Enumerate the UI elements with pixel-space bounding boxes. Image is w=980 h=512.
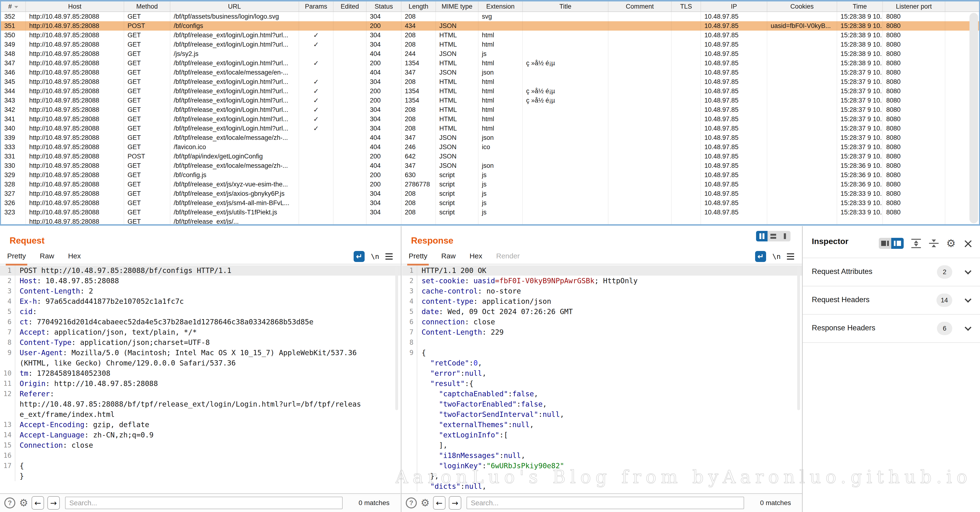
column-header-url[interactable]: URL xyxy=(170,2,299,11)
request-search-next-button[interactable]: → xyxy=(48,496,60,510)
table-row[interactable]: 343http://10.48.97.85:28088GET/bf/tpf/re… xyxy=(1,96,979,105)
column-header-listener-port[interactable]: Listener port xyxy=(883,2,945,11)
column-header-params[interactable]: Params xyxy=(299,2,334,11)
cell-n: 328 xyxy=(1,180,26,189)
table-row[interactable]: 327http://10.48.97.85:28088GET/bf/tpf/re… xyxy=(1,189,979,198)
table-row[interactable]: 349http://10.48.97.85:28088GET/bf/tpf/re… xyxy=(1,40,979,49)
table-row[interactable]: 326http://10.48.97.85:28088GET/bf/tpf/re… xyxy=(1,198,979,208)
table-row[interactable]: 339http://10.48.97.85:28088GET/bf/tpf/re… xyxy=(1,133,979,143)
response-wrap-toggle-icon[interactable]: ↵ xyxy=(755,251,766,262)
table-row[interactable]: 329http://10.48.97.85:28088GET/bf/config… xyxy=(1,170,979,180)
request-response-divider[interactable] xyxy=(401,226,401,512)
column-header-cookies[interactable]: Cookies xyxy=(767,2,837,11)
cell-cookies xyxy=(767,133,837,143)
request-tab-hex[interactable]: Hex xyxy=(68,250,81,263)
cell-length: 208 xyxy=(401,40,436,49)
cell-url: /bf/tpf/release_ext/login/Login.html?url… xyxy=(170,40,299,49)
layout-single-button[interactable] xyxy=(779,231,791,241)
inspector-settings-icon[interactable]: ⚙ xyxy=(946,238,956,249)
request-search-settings-icon[interactable]: ⚙ xyxy=(19,498,28,508)
table-row[interactable]: 350http://10.48.97.85:28088GET/bf/tpf/re… xyxy=(1,30,979,40)
table-row[interactable]: 328http://10.48.97.85:28088GET/bf/tpf/re… xyxy=(1,180,979,189)
inspector-section-response-headers[interactable]: Response Headers6 xyxy=(803,315,980,342)
column-header-extension[interactable]: Extension xyxy=(479,2,523,11)
request-search-help-icon[interactable]: ? xyxy=(4,498,15,509)
inspector-section-request-attributes[interactable]: Request Attributes2 xyxy=(803,258,980,286)
table-row[interactable]: 323http://10.48.97.85:28088GET/bf/tpf/re… xyxy=(1,208,979,217)
cell-time: 15:28:33 9 10... xyxy=(837,189,883,198)
response-tab-pretty[interactable]: Pretty xyxy=(409,250,427,263)
table-row[interactable]: 347http://10.48.97.85:28088GET/bf/tpf/re… xyxy=(1,59,979,68)
column-header--[interactable]: # xyxy=(1,2,26,11)
request-editor[interactable]: 1POST http://10.48.97.85:28088/bf/config… xyxy=(0,265,401,493)
layout-rows-button[interactable] xyxy=(768,231,779,241)
column-header-length[interactable]: Length xyxy=(401,2,436,11)
chevron-down-icon[interactable] xyxy=(965,268,971,274)
table-row[interactable]: 344http://10.48.97.85:28088GET/bf/tpf/re… xyxy=(1,87,979,96)
table-row-selected[interactable]: 351http://10.48.97.85:28088POST/bf/confi… xyxy=(1,21,979,30)
column-header-time[interactable]: Time xyxy=(837,2,883,11)
collapse-all-icon[interactable] xyxy=(929,239,939,247)
layout-columns-button[interactable] xyxy=(756,231,768,241)
table-row[interactable]: 342http://10.48.97.85:28088GET/bf/tpf/re… xyxy=(1,105,979,114)
cell-length: 244 xyxy=(401,49,436,59)
request-newline-icon[interactable]: \n xyxy=(371,252,379,260)
response-search-settings-icon[interactable]: ⚙ xyxy=(421,498,430,508)
column-header-host[interactable]: Host xyxy=(26,2,124,11)
request-editor-scrollbar[interactable] xyxy=(395,267,398,410)
column-header-method[interactable]: Method xyxy=(124,2,170,11)
cell-mime: HTML xyxy=(436,30,479,40)
response-tab-hex[interactable]: Hex xyxy=(469,250,482,263)
column-header-mime-type[interactable]: MIME type xyxy=(436,2,479,11)
column-header-tls[interactable]: TLS xyxy=(671,2,701,11)
column-header-status[interactable]: Status xyxy=(366,2,401,11)
chevron-down-icon[interactable] xyxy=(965,296,971,303)
response-editor-scrollbar[interactable] xyxy=(797,267,800,410)
inspector-dock-right-button[interactable] xyxy=(891,238,904,249)
inspector-section-request-headers[interactable]: Request Headers14 xyxy=(803,286,980,314)
request-search-prev-button[interactable]: ← xyxy=(32,496,44,510)
code-line: "twoFactorEnabled":false, xyxy=(402,399,802,409)
table-row[interactable]: 340http://10.48.97.85:28088GET/bf/tpf/re… xyxy=(1,124,979,133)
request-tab-pretty[interactable]: Pretty xyxy=(7,250,26,263)
code-line: 3Content-Length: 2 xyxy=(0,286,401,296)
table-row[interactable]: 345http://10.48.97.85:28088GET/bf/tpf/re… xyxy=(1,77,979,87)
code-line: 12Referer: xyxy=(0,389,401,399)
table-row[interactable]: 341http://10.48.97.85:28088GET/bf/tpf/re… xyxy=(1,114,979,124)
response-newline-icon[interactable]: \n xyxy=(772,252,781,260)
response-tab-render[interactable]: Render xyxy=(496,250,520,263)
table-row[interactable]: 346http://10.48.97.85:28088GET/bf/tpf/re… xyxy=(1,68,979,77)
response-search-prev-button[interactable]: ← xyxy=(433,496,445,510)
cell-port: 8080 xyxy=(883,198,945,208)
cell-url: /js/sy2.js xyxy=(170,49,299,59)
column-header-ip[interactable]: IP xyxy=(701,2,767,11)
request-tab-raw[interactable]: Raw xyxy=(40,250,54,263)
inspector-close-icon[interactable]: × xyxy=(963,237,973,250)
inspector-dock-left-button[interactable] xyxy=(879,238,891,249)
table-row[interactable]: 348http://10.48.97.85:28088GET/js/sy2.js… xyxy=(1,49,979,59)
expand-all-icon[interactable] xyxy=(911,239,921,248)
table-row[interactable]: 331http://10.48.97.85:28088POST/bf/tpf/a… xyxy=(1,152,979,161)
response-search-next-button[interactable]: → xyxy=(449,496,461,510)
cell-comment xyxy=(608,87,671,96)
column-header-title[interactable]: Title xyxy=(523,2,608,11)
response-search-help-icon[interactable]: ? xyxy=(406,498,417,509)
response-menu-icon[interactable] xyxy=(787,254,794,260)
cell-status: 200 xyxy=(366,152,401,161)
request-wrap-toggle-icon[interactable]: ↵ xyxy=(354,251,364,262)
cell-title xyxy=(523,208,608,217)
request-menu-icon[interactable] xyxy=(385,254,393,260)
response-search-input[interactable] xyxy=(466,497,744,509)
cell-tls xyxy=(671,161,701,170)
table-row[interactable]: http://10.48.97.85:28088GET/bf/tpf/relea… xyxy=(1,217,979,224)
response-tab-raw[interactable]: Raw xyxy=(441,250,455,263)
column-header-edited[interactable]: Edited xyxy=(334,2,366,11)
response-editor[interactable]: 1HTTP/1.1 200 OK2set-cookie: uasid=fbF0I… xyxy=(402,265,802,493)
table-row[interactable]: 330http://10.48.97.85:28088GET/bf/tpf/re… xyxy=(1,161,979,170)
request-search-input[interactable] xyxy=(65,497,343,509)
table-row[interactable]: 333http://10.48.97.85:28088GET/favicon.i… xyxy=(1,143,979,152)
column-header-comment[interactable]: Comment xyxy=(608,2,671,11)
table-row[interactable]: 352http://10.48.97.85:28088GET/bf/tpf/as… xyxy=(1,12,979,21)
chevron-down-icon[interactable] xyxy=(965,324,971,331)
table-vertical-scrollbar[interactable] xyxy=(969,13,978,223)
